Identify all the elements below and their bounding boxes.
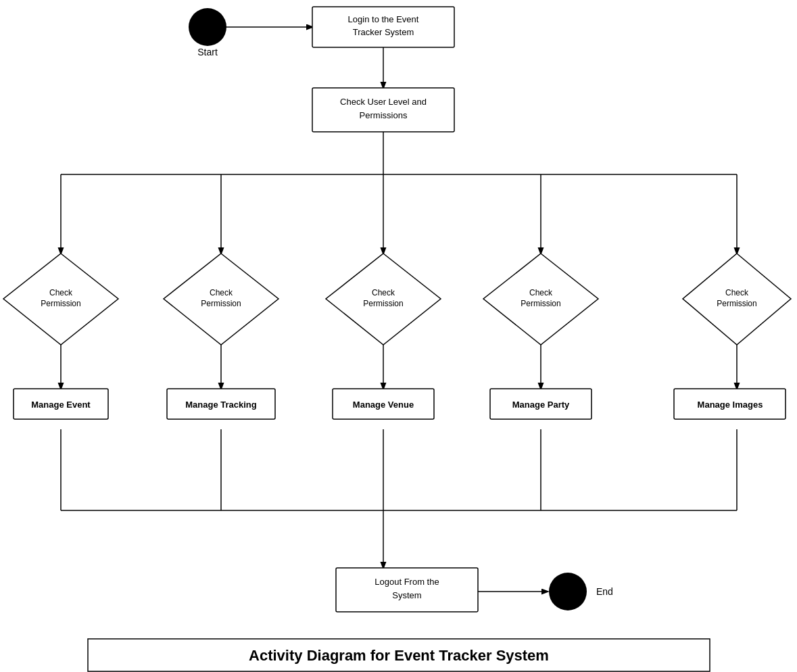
manage-images-text: Manage Images: [698, 400, 763, 410]
activity-diagram: Start Login to the Event Tracker System …: [0, 0, 797, 672]
end-circle: [549, 573, 587, 610]
diamond-3-text-1: Check: [372, 288, 395, 297]
diamond-1-text-1: Check: [49, 288, 73, 297]
logout-text-1: Logout From the: [375, 577, 439, 587]
check-user-text-2: Permissions: [360, 110, 408, 120]
manage-event-text: Manage Event: [31, 400, 91, 410]
manage-party-text: Manage Party: [512, 400, 570, 410]
manage-tracking-text: Manage Tracking: [185, 400, 257, 410]
start-circle: [189, 8, 226, 46]
login-text-1: Login to the Event: [348, 14, 419, 24]
diamond-4-text-1: Check: [529, 288, 553, 297]
login-text-2: Tracker System: [353, 27, 414, 37]
start-label: Start: [197, 47, 218, 57]
diagram-title: Activity Diagram for Event Tracker Syste…: [249, 647, 549, 664]
diamond-2-text-2: Permission: [201, 299, 241, 308]
diamond-5-text-2: Permission: [717, 299, 756, 308]
diamond-1-text-2: Permission: [41, 299, 80, 308]
diamond-5-text-1: Check: [725, 288, 749, 297]
check-user-text-1: Check User Level and: [340, 97, 427, 107]
diamond-4-text-2: Permission: [521, 299, 560, 308]
logout-text-2: System: [392, 590, 421, 600]
diamond-2-text-1: Check: [210, 288, 233, 297]
manage-venue-text: Manage Venue: [353, 400, 414, 410]
diamond-3-text-2: Permission: [363, 299, 403, 308]
end-label: End: [596, 586, 613, 597]
